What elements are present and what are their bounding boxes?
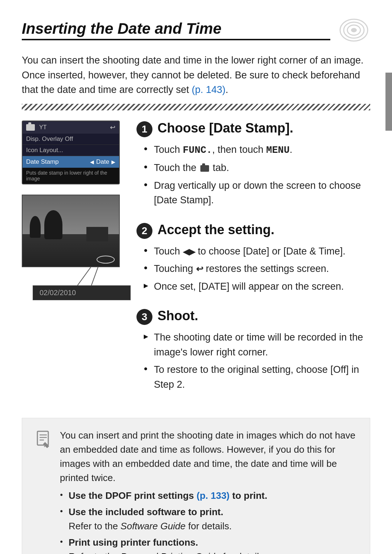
photo-tree1	[30, 216, 41, 238]
camera-tab-icon	[200, 165, 209, 172]
svg-line-5	[91, 267, 98, 287]
photo-tree2	[44, 210, 62, 239]
note-bullet1: Use the DPOF print settings (p. 133) to …	[60, 489, 358, 503]
intro-link[interactable]: (p. 143)	[192, 84, 225, 95]
step3-bullet2: To restore to the original setting, choo…	[144, 362, 370, 392]
step2-header: 2 Accept the setting.	[136, 222, 370, 239]
step3-title: Shoot.	[158, 308, 198, 323]
page: Inserting the Date and Time You can inse…	[0, 0, 392, 554]
note-bullet2-sub: Refer to the Software Guide for details.	[69, 521, 232, 531]
step3-bullet1: The shooting date or time will be record…	[144, 330, 370, 359]
step2-block: 2 Accept the setting. Touch ◀▶ to choose…	[136, 222, 370, 297]
right-column: 1 Choose [Date Stamp]. Touch FUNC., then…	[136, 121, 370, 407]
photo-oval	[97, 256, 115, 264]
svg-point-3	[351, 28, 357, 32]
main-content: YT ↩ Disp. Overlay Off Icon Layout... Da…	[22, 121, 370, 407]
svg-line-4	[76, 267, 91, 287]
camera-row-disp: Disp. Overlay Off	[23, 134, 119, 145]
func-label: FUNC.	[183, 145, 212, 156]
step1-bullets: Touch FUNC., then touch MENU. Touch the …	[136, 142, 370, 208]
note-bullets: Use the DPOF print settings (p. 133) to …	[60, 489, 358, 554]
cam-date-text: Date	[96, 158, 109, 166]
svg-rect-6	[37, 431, 48, 445]
step1-block: 1 Choose [Date Stamp]. Touch FUNC., then…	[136, 121, 370, 211]
step2-bullet1: Touch ◀▶ to choose [Date] or [Date & Tim…	[144, 244, 370, 259]
right-accent-bar	[385, 73, 392, 131]
camera-small-icon	[26, 124, 35, 131]
step2-bullet2: Touching ↩ restores the settings screen.	[144, 261, 370, 276]
step1-title: Choose [Date Stamp].	[158, 121, 293, 136]
step2-number: 2	[136, 223, 152, 239]
back-symbol: ↩	[196, 264, 203, 274]
date-stamp-text: 02/02/2010	[40, 289, 76, 297]
step1-number: 1	[136, 121, 152, 137]
date-stamp-box: 02/02/2010	[33, 285, 131, 300]
step2-bullet3: Once set, [DATE] will appear on the scre…	[144, 279, 370, 294]
camera-datestamp-label: Date Stamp	[26, 158, 59, 166]
page-title: Inserting the Date and Time	[22, 20, 330, 40]
menu-label: MENU	[266, 145, 290, 156]
cam-left-arrow: ◀	[90, 159, 94, 165]
left-column: YT ↩ Disp. Overlay Off Icon Layout... Da…	[22, 121, 123, 407]
step1-bullet1: Touch FUNC., then touch MENU.	[144, 142, 370, 158]
note-bullet3-sub: Refer to the Personal Printing Guide for…	[69, 551, 266, 554]
note-bullet2-bold: Use the included software to print.	[69, 506, 223, 517]
step3-number: 3	[136, 309, 152, 325]
note-bullet3-bold: Print using printer functions.	[69, 537, 198, 548]
step2-bullets: Touch ◀▶ to choose [Date] or [Date & Tim…	[136, 244, 370, 294]
camera-back-icon: ↩	[110, 123, 115, 131]
note-box: You can insert and print the shooting da…	[22, 418, 370, 554]
title-bar: Inserting the Date and Time	[22, 17, 370, 43]
notepad-icon	[34, 430, 52, 449]
title-camera-icon	[338, 17, 370, 43]
camera-yt-label: YT	[39, 124, 46, 131]
cam-right-arrow: ▶	[111, 159, 115, 165]
camera-row-datestamp: Date Stamp ◀ Date ▶	[23, 156, 119, 168]
step2-title: Accept the setting.	[158, 222, 274, 237]
camera-row-icon: Icon Layout...	[23, 145, 119, 156]
intro-paragraph: You can insert the shooting date and tim…	[22, 53, 370, 97]
note-bullet3: Print using printer functions. Refer to …	[60, 535, 358, 554]
note-bullet1-bold: Use the DPOF print settings	[69, 490, 197, 501]
stripe-divider	[22, 104, 370, 110]
step3-block: 3 Shoot. The shooting date or time will …	[136, 308, 370, 395]
note-bullet2: Use the included software to print. Refe…	[60, 505, 358, 533]
note-icon-container	[34, 430, 53, 449]
photo-main	[22, 195, 120, 267]
lr-arrows-icon: ◀▶	[183, 247, 195, 256]
note-content: You can insert and print the shooting da…	[60, 428, 358, 554]
camera-ui-header: YT ↩	[23, 121, 119, 134]
note-bullet1-end: to print.	[230, 490, 268, 501]
camera-date-value: ◀ Date ▶	[90, 158, 115, 166]
note-dpof-link[interactable]: (p. 133)	[197, 490, 230, 501]
step1-bullet3: Drag vertically up or down the screen to…	[144, 178, 370, 208]
camera-footer-text: Puts date stamp in lower right of the im…	[23, 168, 119, 184]
camera-ui-screenshot: YT ↩ Disp. Overlay Off Icon Layout... Da…	[22, 121, 120, 184]
step3-bullets: The shooting date or time will be record…	[136, 330, 370, 392]
step1-header: 1 Choose [Date Stamp].	[136, 121, 370, 137]
photo-container: 02/02/2010	[22, 195, 120, 300]
note-intro-text: You can insert and print the shooting da…	[60, 428, 358, 485]
photo-house	[86, 227, 108, 241]
step3-header: 3 Shoot.	[136, 308, 370, 325]
step1-bullet2: Touch the tab.	[144, 160, 370, 175]
